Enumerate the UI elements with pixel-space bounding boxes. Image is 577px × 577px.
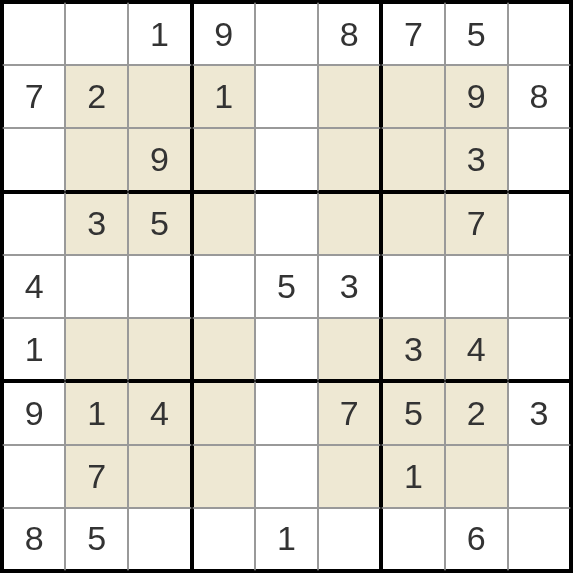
sudoku-cell[interactable]: 1 <box>2 318 65 381</box>
sudoku-cell[interactable] <box>508 318 571 381</box>
sudoku-cell[interactable] <box>255 445 318 508</box>
sudoku-cell[interactable] <box>192 128 255 191</box>
sudoku-cell[interactable] <box>2 2 65 65</box>
sudoku-cell[interactable] <box>318 128 381 191</box>
sudoku-cell[interactable] <box>255 65 318 128</box>
sudoku-cell[interactable] <box>128 508 191 571</box>
sudoku-cell[interactable]: 3 <box>445 128 508 191</box>
sudoku-cell[interactable]: 2 <box>445 381 508 444</box>
sudoku-cell[interactable]: 8 <box>2 508 65 571</box>
sudoku-cell[interactable]: 5 <box>381 381 444 444</box>
sudoku-cell[interactable]: 3 <box>318 255 381 318</box>
sudoku-cell[interactable]: 2 <box>65 65 128 128</box>
sudoku-cell[interactable] <box>128 65 191 128</box>
sudoku-cell[interactable] <box>128 318 191 381</box>
sudoku-cell[interactable] <box>255 318 318 381</box>
sudoku-cell[interactable] <box>445 255 508 318</box>
sudoku-cell[interactable] <box>255 2 318 65</box>
sudoku-cell[interactable]: 1 <box>128 2 191 65</box>
sudoku-cell[interactable] <box>128 255 191 318</box>
sudoku-cell[interactable]: 4 <box>128 381 191 444</box>
sudoku-cell[interactable] <box>192 508 255 571</box>
sudoku-cell[interactable] <box>318 318 381 381</box>
sudoku-cell[interactable]: 7 <box>2 65 65 128</box>
sudoku-cell[interactable] <box>65 128 128 191</box>
sudoku-cell[interactable] <box>381 192 444 255</box>
sudoku-cell[interactable]: 1 <box>381 445 444 508</box>
sudoku-cell[interactable]: 4 <box>2 255 65 318</box>
sudoku-cell[interactable] <box>65 2 128 65</box>
sudoku-cell[interactable]: 8 <box>318 2 381 65</box>
sudoku-cell[interactable] <box>255 192 318 255</box>
sudoku-cell[interactable]: 7 <box>318 381 381 444</box>
sudoku-cell[interactable] <box>65 255 128 318</box>
sudoku-cell[interactable]: 5 <box>65 508 128 571</box>
sudoku-cell[interactable] <box>508 255 571 318</box>
sudoku-cell[interactable] <box>318 508 381 571</box>
sudoku-cell[interactable]: 4 <box>445 318 508 381</box>
sudoku-cell[interactable]: 5 <box>255 255 318 318</box>
sudoku-cell[interactable]: 7 <box>445 192 508 255</box>
sudoku-cell[interactable]: 9 <box>128 128 191 191</box>
sudoku-cell[interactable]: 3 <box>381 318 444 381</box>
sudoku-cell[interactable]: 8 <box>508 65 571 128</box>
sudoku-cell[interactable] <box>192 192 255 255</box>
sudoku-cell[interactable] <box>2 192 65 255</box>
sudoku-cell[interactable] <box>508 445 571 508</box>
sudoku-cell[interactable]: 1 <box>255 508 318 571</box>
sudoku-cell[interactable]: 9 <box>192 2 255 65</box>
sudoku-board: 1987572198933574531349147523718516 <box>0 0 573 573</box>
sudoku-cell[interactable] <box>381 508 444 571</box>
sudoku-cell[interactable] <box>192 318 255 381</box>
sudoku-cell[interactable] <box>2 128 65 191</box>
sudoku-cell[interactable] <box>381 128 444 191</box>
sudoku-cell[interactable]: 9 <box>2 381 65 444</box>
sudoku-cell[interactable] <box>445 445 508 508</box>
sudoku-cell[interactable] <box>255 128 318 191</box>
sudoku-cell[interactable] <box>508 508 571 571</box>
sudoku-cell[interactable] <box>192 445 255 508</box>
sudoku-cell[interactable] <box>318 192 381 255</box>
sudoku-cell[interactable] <box>2 445 65 508</box>
sudoku-cell[interactable] <box>192 381 255 444</box>
sudoku-cell[interactable]: 7 <box>65 445 128 508</box>
sudoku-cell[interactable]: 1 <box>192 65 255 128</box>
sudoku-cell[interactable] <box>65 318 128 381</box>
sudoku-cell[interactable] <box>255 381 318 444</box>
sudoku-cell[interactable] <box>192 255 255 318</box>
sudoku-cell[interactable] <box>381 255 444 318</box>
sudoku-cell[interactable] <box>318 445 381 508</box>
sudoku-cell[interactable]: 5 <box>128 192 191 255</box>
sudoku-cell[interactable] <box>508 128 571 191</box>
sudoku-cell[interactable] <box>318 65 381 128</box>
sudoku-cell[interactable] <box>508 192 571 255</box>
sudoku-cell[interactable] <box>128 445 191 508</box>
sudoku-cell[interactable]: 6 <box>445 508 508 571</box>
sudoku-cell[interactable]: 3 <box>508 381 571 444</box>
sudoku-cell[interactable] <box>508 2 571 65</box>
sudoku-cell[interactable]: 7 <box>381 2 444 65</box>
sudoku-cell[interactable]: 3 <box>65 192 128 255</box>
sudoku-cell[interactable]: 5 <box>445 2 508 65</box>
sudoku-cell[interactable] <box>381 65 444 128</box>
sudoku-cell[interactable]: 9 <box>445 65 508 128</box>
sudoku-cell[interactable]: 1 <box>65 381 128 444</box>
